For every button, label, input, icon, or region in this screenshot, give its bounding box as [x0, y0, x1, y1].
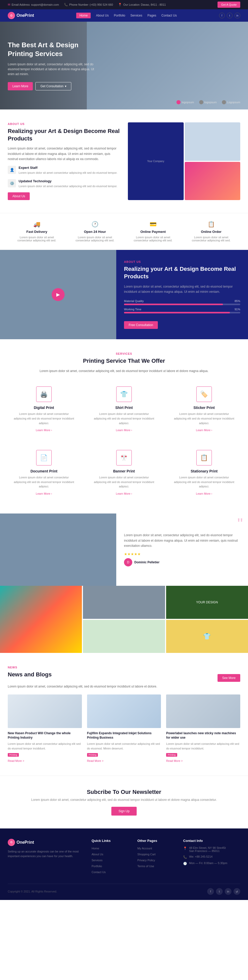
news-card-3: Powerlabel launches new sticky note mach… — [166, 694, 240, 763]
copyright: Copyright © 2021. All Rights Reserved. — [8, 890, 57, 893]
stats-bar: 🚚 Fast Delivery Lorem ipsum dolor sit am… — [0, 213, 248, 250]
digital-print-text: Lorem ipsum dolor sit amet consectetur a… — [13, 412, 75, 425]
facebook-icon[interactable]: f — [219, 13, 225, 18]
expert-icon: 👤 — [8, 166, 16, 174]
about-tag: About Us — [8, 123, 120, 126]
technology-icon: ⚙️ — [8, 179, 16, 188]
footer-link-home[interactable]: Home — [92, 846, 130, 850]
news-section: News News and Blogs See More Lorem ipsum… — [0, 653, 248, 776]
footer-other-pages-title: Other Pages — [138, 839, 175, 843]
footer-page-terms[interactable]: Terms of Use — [138, 864, 175, 868]
progress-material-label: Material Quality 85% — [124, 299, 240, 302]
navbar-logo[interactable]: O OnePrint — [8, 12, 34, 19]
news-title-2: Fujifilm Expands Integrated Inkjet Solut… — [87, 731, 161, 740]
stat-payment: 💳 Online Payment Lorem ipsum dolor sit a… — [134, 221, 173, 242]
footer-phone: 📞 We: +88 245-5214 — [183, 855, 240, 859]
news-tag-2: Printing — [87, 753, 98, 757]
nav-pages[interactable]: Pages — [147, 14, 156, 17]
feature-technology-title: Updated Technology — [19, 179, 117, 183]
hero-title: The Best Art & Design Printing Services — [8, 41, 101, 58]
footer-contact-info: Contact Info 📍 48 Elm Street, NY 98 Stre… — [183, 839, 240, 876]
shirt-print-icon: 👕 — [116, 387, 132, 402]
read-more-1[interactable]: Read More > — [8, 759, 24, 762]
news-tag: News — [8, 666, 240, 669]
banner-print-learn-more[interactable]: Learn More › — [116, 492, 132, 495]
footer-page-cart[interactable]: Shopping Cart — [138, 852, 175, 856]
document-print-text: Lorem ipsum dolor sit amet consectetur a… — [13, 475, 75, 489]
hero-learn-more-button[interactable]: Learn More — [8, 82, 33, 91]
footer-linkedin-icon[interactable]: in — [225, 888, 232, 895]
newsletter-section: Subcribe To Our Newsletter Lorem ipsum d… — [0, 776, 248, 829]
news-meta-2: Printing — [87, 753, 161, 757]
gallery-image-bottom-mid — [83, 620, 165, 653]
read-more-2[interactable]: Read More > — [87, 759, 104, 762]
sticker-print-learn-more[interactable]: Learn More › — [196, 428, 212, 432]
services-title: Printing Service That We Offer — [8, 357, 240, 365]
footer-link-contact[interactable]: Contact Us — [92, 870, 130, 874]
play-button[interactable]: ▶ — [52, 288, 65, 301]
news-description: Lorem ipsum dolor sit amet, consectetur … — [8, 684, 240, 689]
footer-twitter-icon[interactable]: t — [216, 888, 223, 895]
footer-facebook-icon[interactable]: f — [207, 888, 214, 895]
order-icon: 📋 — [208, 221, 215, 228]
navbar: O OnePrint Home About Us Portfolio Servi… — [0, 9, 248, 22]
stationary-print-text: Lorem ipsum dolor sit amet consectetur a… — [173, 475, 235, 489]
news-image-3 — [166, 694, 240, 728]
news-title-1: New Hasen Product Will Change the whole … — [8, 731, 82, 740]
stat-order-title: Online Order — [201, 230, 221, 234]
nav-services[interactable]: Services — [130, 14, 142, 17]
signup-button[interactable]: Sign Up — [111, 807, 137, 816]
nav-about[interactable]: About Us — [96, 14, 109, 17]
footer-page-privacy[interactable]: Privacy Policy — [138, 858, 175, 862]
feature-technology: ⚙️ Updated Technology Lorem ipsum dolor … — [8, 179, 120, 188]
hero-logo-1: logopsum — [176, 100, 194, 104]
document-print-learn-more[interactable]: Learn More › — [36, 492, 52, 495]
services-tag: Services — [8, 352, 240, 355]
digital-print-icon: 🖨️ — [36, 387, 52, 402]
footer-page-account[interactable]: My Account — [138, 846, 175, 850]
digital-print-learn-more[interactable]: Learn More › — [36, 428, 52, 432]
hero-logo-2: logopsum — [199, 100, 217, 104]
shirt-print-title: Shirt Print — [93, 406, 155, 410]
video-content: About Us Realizing your Art & Design Bec… — [116, 250, 248, 339]
read-more-3[interactable]: Read More > — [166, 759, 182, 762]
nav-contact[interactable]: Contact Us — [162, 14, 177, 17]
stat-delivery-title: Fast Delivery — [26, 230, 47, 234]
document-print-title: Document Print — [13, 469, 75, 473]
instagram-icon[interactable]: in — [235, 13, 240, 18]
footer-link-about[interactable]: About Us — [92, 852, 130, 856]
progress-material-track — [124, 304, 240, 305]
hero-consultation-button[interactable]: Get Consultation ▾ — [35, 82, 71, 91]
stationary-print-learn-more[interactable]: Learn More › — [196, 492, 212, 495]
service-document-print: 📄 Document Print Lorem ipsum dolor sit a… — [8, 445, 80, 501]
footer-link-services[interactable]: Services — [92, 858, 130, 862]
stationary-print-icon: 📋 — [196, 450, 212, 466]
services-grid: 🖨️ Digital Print Lorem ipsum dolor sit a… — [8, 381, 240, 501]
get-quote-button[interactable]: Get A Quote — [218, 2, 240, 8]
see-more-button[interactable]: See More — [218, 674, 240, 682]
footer-link-portfolio[interactable]: Portfolio — [92, 864, 130, 868]
about-btn-container: About Us — [8, 192, 120, 200]
hero-logo-3: Logopsum — [222, 100, 240, 104]
gallery-image-top-mid — [83, 586, 165, 619]
nav-home[interactable]: Home — [76, 13, 91, 18]
footer-hours: 🕐 Mon — Fri: 8:00am — 5:30pm — [183, 862, 240, 865]
sticker-print-title: Sticker Print — [173, 406, 235, 410]
about-us-button[interactable]: About Us — [8, 192, 30, 200]
shirt-print-learn-more[interactable]: Learn More › — [116, 428, 132, 432]
feature-expert: 👤 Expert Staff Lorem ipsum dolor sit ame… — [8, 166, 120, 175]
nav-portfolio[interactable]: Portfolio — [114, 14, 125, 17]
gallery-image-bottom-right: 👕 — [166, 620, 248, 653]
reviewer-avatar: D — [124, 558, 132, 566]
about-description: Lorem ipsum dolor sit amet, consectetur … — [8, 146, 120, 162]
footer-other-pages: Other Pages My Account Shopping Cart Pri… — [138, 839, 175, 876]
twitter-icon[interactable]: t — [227, 13, 232, 18]
footer-youtube-icon[interactable]: yt — [234, 888, 240, 895]
video-tag: About Us — [124, 260, 240, 263]
about-section: About Us Realizing your Art & Design Bec… — [0, 110, 248, 213]
document-print-icon: 📄 — [36, 450, 52, 466]
free-consultation-button[interactable]: Free Consultation — [124, 321, 158, 329]
hours-icon: 🕐 — [91, 221, 98, 228]
brand-name: OnePrint — [16, 13, 34, 18]
service-stationary-print: 📋 Stationary Print Lorem ipsum dolor sit… — [168, 445, 240, 501]
